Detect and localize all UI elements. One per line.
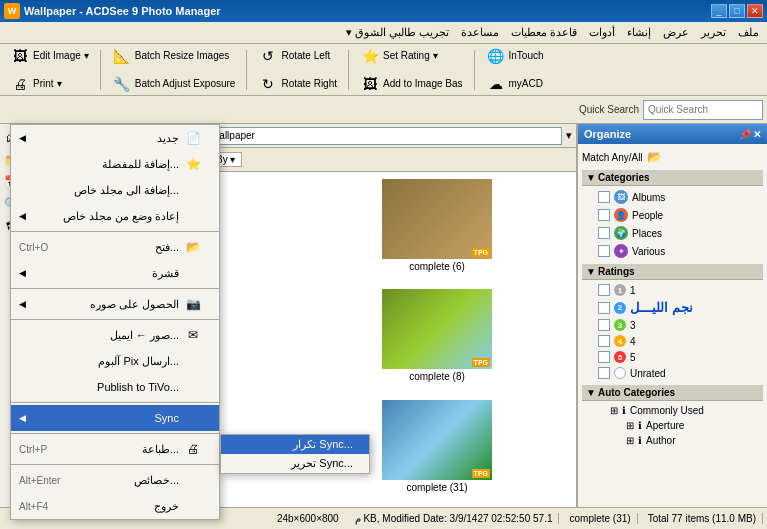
menu-tools[interactable]: أدوات	[583, 24, 621, 41]
r3-checkbox[interactable]	[598, 319, 610, 331]
menu-add-special[interactable]: ...إضافة الى مجلد خاص	[11, 177, 219, 203]
auto-categories-label: Auto Categories	[598, 387, 675, 398]
batch-resize-button[interactable]: 📐 Batch Resize Images	[106, 44, 242, 69]
print-button[interactable]: 🖨 Print ▾	[4, 71, 95, 97]
category-albums[interactable]: 🖼 Albums	[582, 188, 763, 206]
close-button[interactable]: ✕	[747, 4, 763, 18]
sync-edit[interactable]: ...Sync تحرير	[221, 454, 369, 473]
status-details: 57.1 KB, Modified Date: 3/9/1427 02:52:5…	[349, 513, 560, 524]
intouch-button[interactable]: 🌐 InTouch	[480, 44, 550, 69]
rotate-right-button[interactable]: ↻ Rotate Right	[252, 71, 343, 97]
set-rating-button[interactable]: ⭐ Set Rating ▾	[354, 44, 469, 69]
window-title: Wallpaper - ACDSee 9 Photo Manager	[24, 5, 221, 17]
albums-checkbox[interactable]	[598, 191, 610, 203]
various-label: Various	[632, 246, 665, 257]
menu-acquire[interactable]: 📷 الحصول على صوره ◀	[11, 291, 219, 317]
r5-checkbox[interactable]	[598, 351, 610, 363]
menu-edit[interactable]: تحرير	[695, 24, 732, 41]
edit-section: 🖼 Edit Image ▾ 🖨 Print ▾	[4, 44, 95, 96]
app-icon: W	[4, 3, 20, 19]
places-checkbox[interactable]	[598, 227, 610, 239]
add-image-bas-button[interactable]: 🖼 Add to Image Bas	[354, 71, 469, 97]
rating-1-dot: 1	[614, 284, 626, 296]
categories-collapse-icon: ▼	[586, 172, 596, 183]
menu-shell[interactable]: قشرة ◀	[11, 260, 219, 286]
rating-2[interactable]: 2 نجم الليـــل	[582, 298, 763, 317]
rating-3[interactable]: 3 3	[582, 317, 763, 333]
author-item[interactable]: ⊞ ℹ Author	[610, 433, 763, 448]
commonly-used-header[interactable]: ⊞ ℹ Commonly Used	[594, 403, 763, 418]
menu-sync[interactable]: Sync ◀	[11, 405, 219, 431]
r2-checkbox[interactable]	[598, 302, 610, 314]
unrated-checkbox[interactable]	[598, 367, 610, 379]
new-label: جديد	[157, 132, 179, 145]
rating-4[interactable]: 4 4	[582, 333, 763, 349]
menu-database[interactable]: قاعدة معطيات	[505, 24, 583, 41]
sync-duplicate[interactable]: ...Sync تكرار	[221, 435, 369, 454]
thumbnail: TPG	[382, 400, 492, 480]
expand-icon: ⊞	[610, 405, 618, 416]
batch-adjust-button[interactable]: 🔧 Batch Adjust Exposure	[106, 71, 242, 97]
email-icon: ✉	[183, 325, 203, 345]
menu-experiment[interactable]: تجريب طالبي الشوق ▾	[340, 24, 455, 41]
rotate-left-button[interactable]: ↺ Rotate Left	[252, 44, 343, 69]
info-icon: ℹ	[622, 405, 626, 416]
sync-arrow: ◀	[19, 413, 26, 423]
search-input[interactable]	[643, 100, 763, 120]
print-menu-icon: 🖨	[183, 439, 203, 459]
category-various[interactable]: ✦ Various	[582, 242, 763, 260]
sync-duplicate-label: ...Sync تكرار	[293, 438, 353, 451]
open-icon: 📂	[183, 237, 203, 257]
toolbar-sep-4	[474, 50, 475, 90]
sep-2	[11, 288, 219, 289]
sync-submenu: ...Sync تكرار ...Sync تحرير	[220, 434, 370, 474]
thumb-badge: TPG	[472, 469, 490, 478]
rating-5-dot: 5	[614, 351, 626, 363]
menu-print[interactable]: 🖨 ...طباعة Ctrl+P	[11, 436, 219, 462]
menu-props[interactable]: ...خصائص Alt+Enter	[11, 467, 219, 493]
rating-unrated[interactable]: Unrated	[582, 365, 763, 381]
categories-section-header[interactable]: ▼ Categories	[582, 170, 763, 186]
menu-help[interactable]: مساعدة	[455, 24, 505, 41]
print-shortcut: Ctrl+P	[19, 444, 47, 455]
menu-email[interactable]: ✉ ...صور ← ايميل	[11, 322, 219, 348]
menu-file[interactable]: ملف	[732, 24, 765, 41]
rating-5[interactable]: 5 5	[582, 349, 763, 365]
r1-checkbox[interactable]	[598, 284, 610, 296]
organize-title: Organize	[584, 128, 631, 140]
menu-add-favorite[interactable]: ⭐ ...إضافة للمفضلة	[11, 151, 219, 177]
maximize-button[interactable]: □	[729, 4, 745, 18]
menu-create[interactable]: إنشاء	[621, 24, 657, 41]
aperture-item[interactable]: ⊞ ℹ Aperture	[610, 418, 763, 433]
ratings-section-header[interactable]: ▼ Ratings	[582, 264, 763, 280]
rating-4-dot: 4	[614, 335, 626, 347]
file-item[interactable]: TPG complete (8)	[302, 286, 572, 392]
edit-image-button[interactable]: 🖼 Edit Image ▾	[4, 44, 95, 69]
category-places[interactable]: 🌍 Places	[582, 224, 763, 242]
rating-2-dot: 2	[614, 302, 626, 314]
menu-tivo[interactable]: ...Publish to TiVo	[11, 374, 219, 400]
batch-section: 📐 Batch Resize Images 🔧 Batch Adjust Exp…	[106, 44, 242, 96]
aperture-label: Aperture	[646, 420, 684, 431]
menu-restore-special[interactable]: إعادة وضع من مجلد خاص ◀	[11, 203, 219, 229]
toolbar-sep-3	[348, 50, 349, 90]
people-checkbox[interactable]	[598, 209, 610, 221]
various-checkbox[interactable]	[598, 245, 610, 257]
myacd-button[interactable]: ☁ myACD	[480, 71, 550, 97]
rating-1[interactable]: 1 1	[582, 282, 763, 298]
auto-categories-section-header[interactable]: ▼ Auto Categories	[582, 385, 763, 401]
batch-adjust-icon: 🔧	[112, 74, 132, 94]
organize-pin-icon[interactable]: 📌	[739, 129, 751, 140]
sync-icon	[183, 408, 203, 428]
file-item[interactable]: TPG complete (6)	[302, 176, 572, 282]
r4-checkbox[interactable]	[598, 335, 610, 347]
menu-new[interactable]: 📄 جديد ◀	[11, 125, 219, 151]
menu-pix[interactable]: ...ارسال Pix آلبوم	[11, 348, 219, 374]
organize-close-icon[interactable]: ✕	[753, 129, 761, 140]
category-people[interactable]: 👤 People	[582, 206, 763, 224]
people-icon: 👤	[614, 208, 628, 222]
menu-view[interactable]: عرض	[657, 24, 695, 41]
menu-open[interactable]: 📂 ...فتح Ctrl+O	[11, 234, 219, 260]
menu-exit[interactable]: خروج Alt+F4	[11, 493, 219, 519]
minimize-button[interactable]: _	[711, 4, 727, 18]
